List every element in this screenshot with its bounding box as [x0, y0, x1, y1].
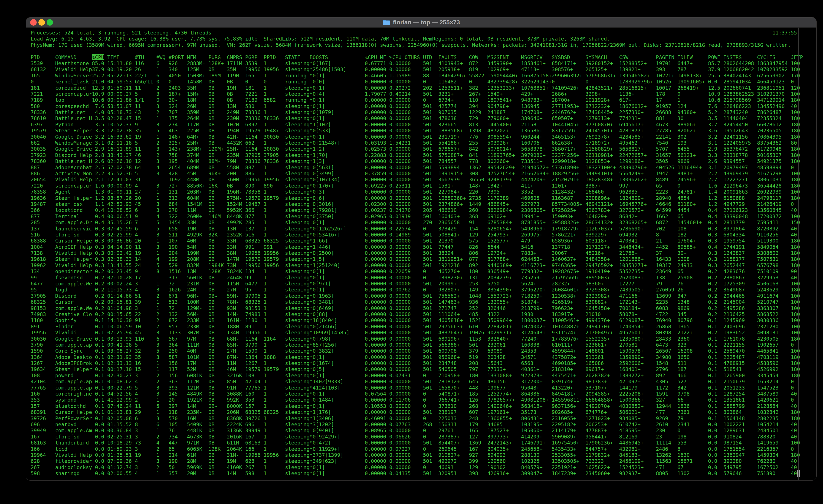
process-row: 68391 Cursor Helpe 0.1 01:13.81 29 1 118… [31, 409, 803, 415]
process-row: 166 tccd 0.0 01:59.23 3 2 65 6065K 128K … [31, 446, 803, 452]
process-row: 1590 Core Sync 0.1 03:08.27 32 5 250 40M… [31, 348, 803, 354]
process-row: 42104 com.apple.ap 0.1 01:08.62 4 2 363 … [31, 379, 803, 385]
process-row: 628 fileprovider 0.0 07:09.36 4 3 190 28… [31, 458, 803, 464]
process-row: 78336 Battle.net 4.0 05:18.73 43 2 707 3… [31, 109, 803, 115]
process-row: 1004 AcroCEF Help 0.3 04:14.90 11 3 190 … [31, 244, 803, 250]
process-row: 30030 Google Drive 0.1 03:13.93 110 6 56… [31, 336, 803, 342]
summary-line: PhysMem: 17G used (3589M wired, 6695M co… [31, 42, 803, 48]
process-row: 19634 Steam Helper 0.1 00:17.10 15 1 117… [31, 366, 803, 372]
process-row: 108 powerd 0.1 02:30.27 3 2 156 6081K 0B… [31, 372, 803, 379]
process-row: 7220 screencaptur 1.6 00:00.09 4 3 72+ 8… [31, 183, 803, 189]
process-row: 353 sysmond 0.1 41:12.99 2 1 20 1921K 0B… [31, 397, 803, 403]
process-row: 134 opendirector 0.2 06:23.45 9 8 1516 1… [31, 268, 803, 274]
process-row: 285 com.apple.Dr 0.4 35:15.26 7 5 1454 3… [31, 219, 803, 226]
process-row: 39949 com.apple.Am 0.0 00:36.84 3 1 76 4… [31, 428, 803, 434]
process-row: 7221 screencaptur10.9 00:00.27 5 3 187+ … [31, 91, 803, 97]
process-row: 7189 top 10.6 00:01.86 1/1 0 30- 18M 0B … [31, 97, 803, 103]
process-row: 3539 Hearthstone 85.0 15:11.80 116 6 926… [31, 60, 803, 66]
process-row: 598 sharingd 0.0 02:00.55 4 1 357 20M 0B… [31, 470, 803, 476]
process-row: 78360 Battle.net H 2.6 02:26.10 12 3 195… [31, 158, 803, 164]
process-row: 516 cfprefsd 0.3 02:25.99 4 3 511 4929K … [31, 232, 803, 238]
process-row: 99 fseventsd 0.2 07:10.28 17 1 317 5601K… [31, 275, 803, 281]
minimize-button[interactable] [38, 19, 45, 26]
process-row: 37923 Discord Help 2.8 38:43.37 46 2 758… [31, 152, 803, 158]
process-row: 696 nearbyd 0.0 01:15.52 8 6 105 5409K 0… [31, 422, 803, 428]
process-row: 19964 Vivaldi Help 0.0 01:25.51 19 1 214… [31, 452, 803, 458]
process-row: 6397 Python 3.5 10:52.37 9 3 274 117M 0B… [31, 121, 803, 128]
process-row: 30040 Google Drive 3.2 16:33.62 19 1 148… [31, 134, 803, 140]
sort-column-highlight: %CPU [92, 54, 104, 60]
process-row: 886 Activity Mon 2.2 35:52.36 5 3 428 45… [31, 171, 803, 177]
terminal-line [31, 48, 803, 54]
process-row: 20654 Vivaldi Help 2.1 12:41.07 31 1 169… [31, 177, 803, 183]
process-row: 77765 com.apple.ap 0.1 00:22.79 5 3 393 … [31, 385, 803, 391]
process-row: 3790 com.apple.ap 0.1 00:41.28 5 3 364 1… [31, 342, 803, 348]
summary-line: Processes: 524 total, 3 running, 521 sle… [31, 30, 803, 36]
process-row: 160 corebrightne 0.1 04:52.56 4 3 145 48… [31, 391, 803, 397]
process-row: 662 WindowManage 3.1 02:11.18 5 2 325+ 2… [31, 140, 803, 146]
terminal-content[interactable]: Processes: 524 total, 3 running, 521 sle… [26, 28, 816, 480]
process-row: 1267 AdobeIPCBrok 0.1 02:33.13 16 1 156 … [31, 360, 803, 366]
process-row: 1180 Spotify 0.1 14:10.30 91 2 872 233M … [31, 317, 803, 323]
close-button[interactable] [30, 19, 37, 26]
process-row: 137 launchservic 0.3 07:45.59 6 5 658 19… [31, 226, 803, 232]
traffic-lights [30, 19, 53, 26]
process-row: 891 Finder 0.1 10:06.59 10 7 957 233M 0B… [31, 323, 803, 330]
process-row: 167 cfprefsd 0.0 02:25.31 3 2 734 4673K … [31, 434, 803, 440]
process-row: 165 WindowServer25.2 05:22:13 22/1 6 405… [31, 73, 803, 79]
process-row: 0 kernel_task 21.0 04:59:53 656/11 0 0 1… [31, 79, 803, 85]
process-row: 98153 com.apple.We 0.2 01:04.98 3 1 72 1… [31, 305, 803, 311]
process-row: 19618 Steam Helper 0.3 02:38.33 14 4 199… [31, 256, 803, 262]
window-title-text: florian — top — 255×73 [393, 19, 460, 26]
process-row: 30035 Google Drive 2.9 16:11.89 11 3 143… [31, 146, 803, 152]
process-row: 39726 PerfPowerSer 0.1 02:05.08 6 3 570 … [31, 416, 803, 422]
process-row: 1364 Adobe Deskto 0.1 02:31.93 35 3 587 … [31, 354, 803, 360]
process-row: 267 audioclocksy 0.0 01:32.74 3 2 50 596… [31, 464, 803, 470]
process-row: 181 coreaudiod 12.3 01:50:11 11 2 2403 3… [31, 85, 803, 91]
process-row: 19579 Steam Helper 3.3 12:02.78 35 5 463… [31, 128, 803, 134]
process-row: 580 corespeechd 7.6 58:53.07 11 3 324 26… [31, 103, 803, 109]
zoom-button[interactable] [47, 19, 53, 26]
process-row: 37905 Discord 0.2 01:14.66 51 2 671 96M-… [31, 293, 803, 299]
process-row: 68132 Vivaldi Help37.9 00:19.20 26 1 340… [31, 66, 803, 72]
title-bar[interactable]: florian — top — 255×73 [26, 17, 816, 28]
process-row: 68325 Cursor 0.2 00:15.81 39 1 513 100M … [31, 299, 803, 305]
column-header-row: PID COMMAND %CPU TIME #TH #WQ #PORT MEM … [31, 54, 803, 60]
terminal-output: Processes: 524 total, 3 running, 521 sle… [31, 30, 803, 477]
process-row: 7138 Vivaldi Help 0.3 00:02.42 19 1 204 … [31, 250, 803, 256]
process-row: 78610 Battle.net H 3.5 02:28.47 15 1 175… [31, 115, 803, 121]
process-row: 95 logd 0.2 11:15.73 4 3 1626 24M 0B 27M… [31, 287, 803, 293]
process-row: 6477 com.apple.We 0.2 00:02.24 3 1 72- 2… [31, 281, 803, 287]
process-row: 19962 Vivaldi Help 0.3 13:41.55 24 5 529… [31, 262, 803, 268]
process-row: 74983 Creative Clo 0.2 00:15.65 22 2 132… [31, 311, 803, 317]
process-row: 68388 Cursor Helpe 0.3 00:36.86 20 1 107… [31, 238, 803, 244]
summary-line: Load Avg: 6.15, 4.63, 3.92 CPU usage: 16… [31, 36, 803, 42]
folder-icon [382, 19, 390, 26]
desktop: { "window": { "title": "florian — top — … [0, 0, 823, 504]
process-row: 19487 steam_osx 1.1 42:52.93 45 3 684 15… [31, 201, 803, 207]
process-row: 68163 thunderbird 0.0 10:18.29 73 4 447 … [31, 440, 803, 446]
process-row: 366 locationd 0.4 10:28.52 6 3 270 11M 0… [31, 207, 803, 213]
process-row: 157 bluetoothd 0.1 07:46.24 11 5 397 14M… [31, 403, 803, 409]
terminal-window: florian — top — 255×73 Processes: 524 to… [26, 17, 817, 481]
process-row: 19636 Steam Helper 1.2 08:57.26 20 1 313… [31, 195, 803, 201]
scrollbar-track[interactable] [798, 28, 799, 480]
process-row: 887 AdobeAcrobat 2.5 57:02.78 64 4 2654 … [31, 165, 803, 171]
process-row: 19956 Vivaldi 0.1 07:25.94 45 3 1133 307… [31, 330, 803, 336]
process-row: 78358 Agent 1.3 01:09.11 27 1 131 203M+ … [31, 189, 803, 195]
window-title: florian — top — 255×73 [382, 19, 460, 26]
process-row: 877 Terminal 0.4 00:06.51 9 4 322 260M+ … [31, 213, 803, 219]
